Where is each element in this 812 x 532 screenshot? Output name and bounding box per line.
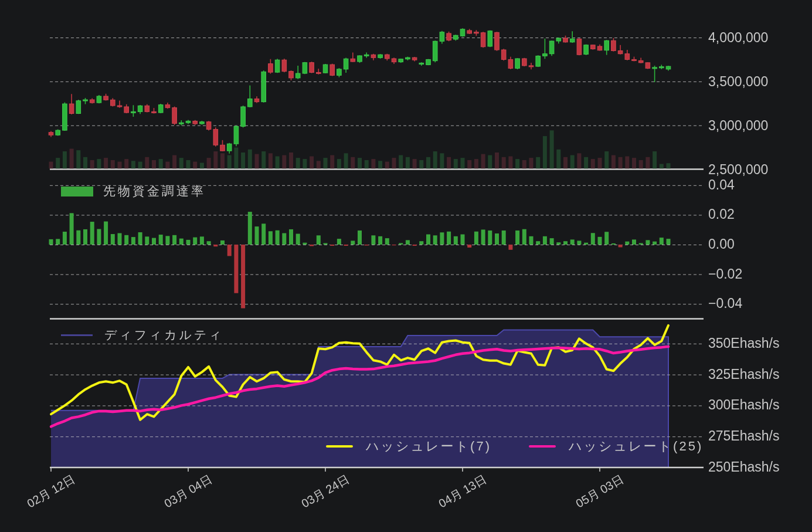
hashrate25-legend-line-icon: [529, 445, 556, 448]
y-axis-label: 3,500,000: [708, 74, 768, 90]
funding-legend-swatch-icon: [61, 187, 93, 196]
y-axis-label: 3,000,000: [708, 118, 768, 134]
funding-legend-label: 先物資金調達率: [103, 183, 206, 199]
y-axis-label: 300Ehash/s: [708, 397, 779, 413]
difficulty-legend-line-icon: [61, 334, 93, 336]
y-axis-label: 0.02: [708, 206, 735, 222]
y-axis-label: 250Ehash/s: [708, 459, 779, 475]
y-axis-label: 4,000,000: [708, 30, 768, 46]
hashrate25-legend-label: ハッシュレート(25): [569, 438, 703, 455]
y-axis-label: 350Ehash/s: [708, 336, 779, 351]
y-axis-label: 325Ehash/s: [708, 367, 779, 382]
hashrate7-legend-label: ハッシュレート(7): [366, 438, 491, 455]
hashrate-legend: ハッシュレート(7) ハッシュレート(25): [326, 438, 703, 455]
y-axis-label: 2,500,000: [708, 162, 768, 178]
hashrate7-legend-item[interactable]: ハッシュレート(7): [326, 438, 491, 455]
difficulty-legend-label: ディフィカルティ: [104, 327, 224, 343]
y-axis-label: −0.02: [708, 266, 742, 282]
y-axis-label: −0.04: [708, 296, 742, 311]
y-axis-label: 0.00: [708, 236, 735, 252]
x-axis-label: 04月 13日: [463, 492, 515, 507]
hashrate7-legend-line-icon: [326, 445, 353, 448]
crypto-chart-dashboard: 先物資金調達率 ディフィカルティ ハッシュレート(7) ハッシュレート(25) …: [0, 0, 812, 532]
hashrate25-legend-item[interactable]: ハッシュレート(25): [529, 438, 703, 455]
x-axis-label: 03月 24日: [325, 492, 378, 507]
y-axis-label: 0.04: [708, 177, 735, 193]
x-axis-label: 02月 12日: [51, 492, 104, 507]
x-axis-label: 05月 03日: [600, 492, 653, 507]
difficulty-legend[interactable]: ディフィカルティ: [61, 327, 224, 343]
funding-rate-legend[interactable]: 先物資金調達率: [61, 183, 206, 199]
x-axis-label: 03月 04日: [188, 492, 241, 507]
y-axis-label: 275Ehash/s: [708, 428, 779, 444]
